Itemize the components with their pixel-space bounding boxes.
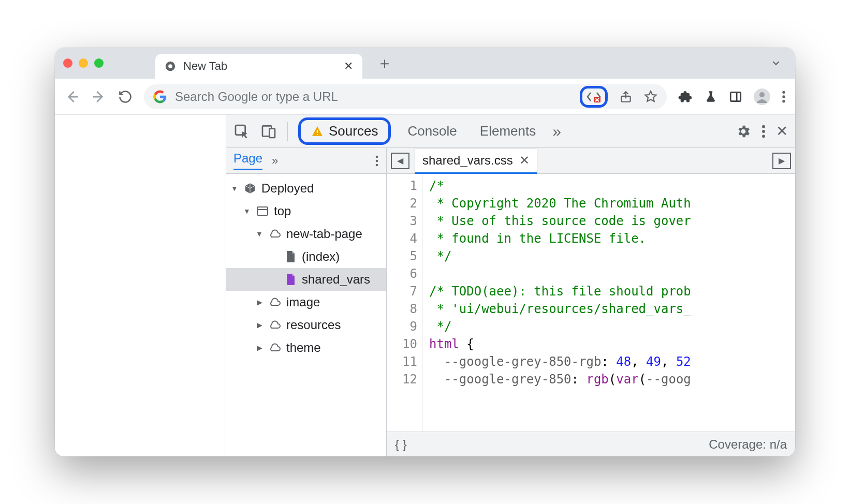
show-debugger-icon[interactable]: ▶ [772,153,791,169]
more-tabs-icon[interactable]: » [552,123,561,140]
svg-rect-14 [317,130,318,133]
tree-image[interactable]: ▶ image [226,291,386,314]
tab-console[interactable]: Console [401,120,463,142]
code-editor[interactable]: 123456789101112 /* * Copyright 2020 The … [387,174,795,432]
browser-tab[interactable]: New Tab ✕ [155,54,362,79]
editor-pane: ◀ shared_vars.css ✕ ▶ 123456789101112 /*… [387,148,795,456]
editor-tabbar: ◀ shared_vars.css ✕ ▶ [387,148,795,174]
file-icon [283,249,298,264]
omnibox[interactable]: Search Google or type a URL [144,84,667,109]
svg-rect-13 [269,128,275,137]
tab-elements[interactable]: Elements [474,120,542,142]
google-icon [153,90,167,103]
settings-gear-icon[interactable] [736,124,751,139]
svg-rect-15 [317,134,318,135]
close-devtools-icon[interactable]: ✕ [776,123,788,140]
svg-point-18 [762,135,765,138]
warning-icon [311,125,324,138]
statusbar: { } Coverage: n/a [387,432,795,456]
svg-point-20 [376,159,378,162]
devtools-menu-icon[interactable] [761,124,766,139]
cloud-icon [268,318,282,332]
navigator-menu-icon[interactable] [375,155,379,167]
content-area: Sources Console Elements » ✕ [55,115,795,456]
tabs-dropdown-icon[interactable] [770,57,782,69]
navigator-tab-page[interactable]: Page [233,151,262,170]
new-tab-button[interactable]: ＋ [377,53,392,74]
tree-top[interactable]: ▼ top [226,200,386,223]
navigator-tabs: Page » [226,148,386,174]
forward-button[interactable] [91,89,107,105]
tree-shared-vars[interactable]: shared_vars [226,268,386,291]
omnibox-placeholder: Search Google or type a URL [175,90,338,104]
close-file-icon[interactable]: ✕ [519,153,530,168]
labs-icon[interactable] [704,90,717,103]
file-tab[interactable]: shared_vars.css ✕ [415,148,537,174]
browser-window: New Tab ✕ ＋ Search Google or type a URL [55,48,795,456]
tree-theme[interactable]: ▶ theme [226,336,386,359]
tree-deployed[interactable]: ▼ Deployed [226,177,386,200]
css-file-icon [283,272,298,287]
code-content[interactable]: /* * Copyright 2020 The Chromium Auth * … [423,174,795,432]
coverage-label: Coverage: n/a [709,437,787,452]
line-gutter: 123456789101112 [387,174,423,432]
frame-icon [255,204,270,218]
bookmark-star-icon[interactable] [644,90,657,103]
reload-button[interactable] [118,90,133,104]
devtools-panel: Sources Console Elements » ✕ [226,115,795,456]
cloud-icon [268,340,282,355]
tab-sources[interactable]: Sources [298,117,391,145]
back-button[interactable] [64,89,80,105]
profile-avatar-icon[interactable] [754,88,770,105]
chrome-icon [165,61,176,72]
close-window-button[interactable] [63,58,72,68]
tree-label: resources [286,318,341,332]
page-viewport [55,115,226,456]
device-toggle-icon[interactable] [260,123,277,140]
svg-point-1 [168,64,172,68]
omnibox-actions [580,86,657,108]
maximize-window-button[interactable] [94,58,104,68]
cloud-icon [268,227,282,241]
tree-resources[interactable]: ▶ resources [226,314,386,336]
tree-label: (index) [302,249,340,264]
tab-sources-label: Sources [329,123,378,139]
chrome-menu-icon[interactable] [782,90,786,103]
svg-point-9 [782,95,785,98]
tab-console-label: Console [407,123,457,139]
navigator-more-icon[interactable]: » [272,154,278,168]
tree-domain[interactable]: ▼ new-tab-page [226,223,386,245]
svg-rect-4 [730,92,741,101]
sidepanel-icon[interactable] [729,90,742,103]
tree-label: image [286,295,320,309]
navigator-pane: Page » ▼ Deployed [226,148,387,456]
close-tab-icon[interactable]: ✕ [344,60,353,73]
svg-point-8 [782,91,785,93]
svg-point-10 [782,99,785,102]
svg-point-19 [376,155,378,158]
tab-title: New Tab [183,60,227,73]
cloud-icon [268,295,282,309]
svg-point-17 [762,130,765,133]
devtools-tabbar: Sources Console Elements » ✕ [226,115,795,148]
share-icon[interactable] [619,90,633,103]
tree-label: new-tab-page [286,227,362,241]
inspect-element-icon[interactable] [233,123,250,140]
svg-point-21 [376,164,378,166]
tab-elements-label: Elements [480,123,536,139]
devtools-error-badge[interactable] [580,86,608,108]
pretty-print-icon[interactable]: { } [395,437,407,452]
tree-label: top [274,204,291,218]
tree-label: theme [286,340,321,355]
show-navigator-icon[interactable]: ◀ [391,153,409,169]
extensions-icon[interactable] [678,90,693,104]
tree-index[interactable]: (index) [226,245,386,268]
svg-point-7 [759,92,765,97]
minimize-window-button[interactable] [79,58,88,68]
tabstrip: New Tab ✕ ＋ [55,48,795,79]
file-tree: ▼ Deployed ▼ top ▼ new-tab-page [226,174,386,456]
tree-label: Deployed [261,181,314,196]
cube-icon [243,181,257,196]
tree-label: shared_vars [302,272,370,287]
svg-rect-22 [257,207,268,215]
